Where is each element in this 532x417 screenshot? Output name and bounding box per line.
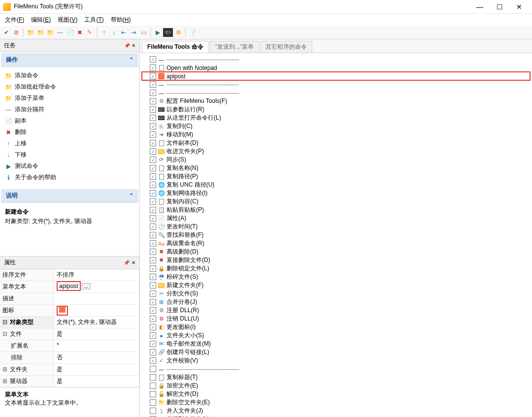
settings-icon[interactable]: ⚙ (174, 28, 183, 37)
tree-row[interactable]: ✓✖高级删除(D) (142, 248, 530, 256)
prop-value[interactable]: 不排序 (54, 269, 139, 281)
tree-row[interactable]: —------------------------------------- (142, 365, 530, 373)
tree-row[interactable]: ✓Open with Notepad (142, 64, 530, 72)
checkbox[interactable] (150, 374, 156, 381)
checkbox[interactable]: ✓ (150, 207, 156, 213)
tree-row[interactable]: ✓C:\以参数运行(R) (142, 105, 530, 114)
checkbox[interactable]: ✓ (150, 157, 156, 163)
ops-section-header[interactable]: 操作 ⌃ (1, 53, 138, 67)
cancel-icon[interactable]: ⊘ (12, 28, 21, 37)
tree-row[interactable]: ✓✉电子邮件发送(M) (142, 340, 530, 348)
tree-row[interactable]: ✓☔粉碎文件(S) (142, 273, 530, 281)
tree-row[interactable]: 🔒加密文件(E) (142, 382, 530, 390)
checkbox[interactable]: ✓ (150, 249, 156, 255)
tree-row[interactable]: 复制标题(T) (142, 373, 530, 382)
checkbox[interactable]: ✓ (150, 198, 156, 205)
tree-row[interactable]: ✓✂分割文件(S) (142, 289, 530, 298)
checkbox[interactable]: ✓ (150, 307, 156, 314)
tree-row[interactable]: ✓📄属性(A) (142, 214, 530, 223)
menu-v[interactable]: 视图(V) (55, 15, 80, 25)
prop-value[interactable]: apipost… (54, 281, 139, 293)
checkbox[interactable]: ✓ (150, 73, 156, 79)
tree-row[interactable]: ✓📋粘贴剪贴板(P) (142, 206, 530, 214)
checkbox[interactable]: ✓ (150, 357, 156, 364)
checkbox[interactable]: ✓ (150, 341, 156, 347)
checkbox[interactable] (150, 366, 156, 372)
prop-value[interactable]: 是 (54, 376, 139, 387)
tree-row[interactable]: ✓◧更改图标(I) (142, 323, 530, 331)
prop-value[interactable]: 否 (54, 352, 139, 364)
prop-value[interactable] (54, 305, 139, 317)
tree-row[interactable]: ✓✓文件校验(V) (142, 356, 530, 365)
pin-icon[interactable]: 📌 (124, 260, 130, 265)
checkbox[interactable]: ✓ (150, 190, 156, 196)
tree-row[interactable]: ✓收进文件夹(P) (142, 147, 530, 156)
checkbox[interactable]: ✓ (150, 290, 156, 297)
pin-icon[interactable]: 📌 ✕ (124, 43, 135, 48)
checkbox[interactable]: ✓ (150, 232, 156, 238)
tree-row[interactable]: ✓复制内容(C) (142, 197, 530, 206)
checkbox[interactable]: ✓ (150, 148, 156, 155)
maximize-button[interactable]: ☐ (490, 1, 509, 12)
tree-row[interactable]: ✓文件副本(D) (142, 139, 530, 147)
minimize-button[interactable]: — (470, 1, 490, 12)
op-item[interactable]: 📄副本 (2, 115, 137, 127)
help-icon[interactable]: ❔ (188, 28, 197, 37)
tree-row[interactable]: ✓●文件夹大小(S) (142, 331, 530, 340)
tree-row[interactable]: ✓apipost (142, 72, 530, 80)
op-item[interactable]: ↓下移 (2, 149, 137, 160)
tree-row[interactable]: ✓⎘复制到(C) (142, 122, 530, 130)
tree-row[interactable]: ✓新建文件夹(F) (142, 281, 530, 289)
checkbox[interactable]: ✓ (150, 98, 156, 104)
copy-icon[interactable]: 📄 (66, 28, 74, 37)
add-sep-icon[interactable]: — (56, 28, 65, 37)
op-item[interactable]: ✖删除 (2, 127, 137, 138)
menu-f[interactable]: 文件(F) (2, 15, 27, 25)
tree-row[interactable]: ✓—------------------------------------- (142, 80, 530, 89)
menu-e[interactable]: 编辑(E) (28, 15, 54, 25)
tree-row[interactable]: ✓—------------------------------------- (142, 55, 530, 64)
checkbox[interactable]: ✓ (150, 140, 156, 146)
prop-value[interactable]: 是 (54, 364, 139, 376)
checkbox[interactable]: ✓ (150, 64, 156, 71)
tree-row[interactable]: 📁删除空文件夹(E) (142, 398, 530, 407)
op-item[interactable]: 📁添加批处理命令 (2, 81, 137, 93)
tab[interactable]: FileMenu Tools 命令 (142, 41, 209, 53)
tree-row[interactable]: ✓复制名称(N) (142, 164, 530, 172)
prop-value[interactable] (54, 293, 139, 305)
checkbox[interactable] (150, 383, 156, 389)
tree-row[interactable]: ✓🔍查找和替换(F) (142, 231, 530, 239)
checkbox[interactable]: ✓ (150, 257, 156, 263)
tree-row[interactable]: ✓⟳同步(S) (142, 156, 530, 164)
tree-row[interactable]: ✓🌐复制 UNC 路径(U) (142, 181, 530, 189)
checkbox[interactable]: ✓ (150, 324, 156, 330)
checkbox[interactable]: ✓ (150, 215, 156, 222)
add-batch-icon[interactable]: 📁 (36, 28, 45, 37)
edit-icon[interactable]: ✎ (85, 28, 94, 37)
op-item[interactable]: ↑上移 (2, 138, 137, 149)
checkbox[interactable]: ✓ (150, 173, 156, 180)
right-icon[interactable]: ⇥ (129, 28, 138, 37)
close-icon[interactable]: ✕ (132, 260, 135, 265)
tree-row[interactable]: ✓⚙注销 DLL(U) (142, 315, 530, 323)
menu-t[interactable]: 工具(T) (81, 15, 106, 25)
checkbox[interactable]: ✓ (150, 106, 156, 113)
apply-icon[interactable]: ✔ (2, 28, 11, 37)
tree-row[interactable]: ✓🔒删除锁定文件(L) (142, 264, 530, 273)
run-icon[interactable]: ▶ (153, 28, 162, 37)
checkbox[interactable]: ✓ (150, 349, 156, 355)
down-icon[interactable]: ↓ (109, 28, 118, 37)
tree-row[interactable]: ✓—------------------------------------- (142, 89, 530, 97)
menu-h[interactable]: 帮助(H) (108, 15, 134, 25)
checkbox[interactable]: ✓ (150, 316, 156, 322)
tree-row[interactable]: ✓⚙注册 DLL(R) (142, 306, 530, 315)
tab[interactable]: 其它程序的命令 (260, 41, 312, 53)
tree-row[interactable]: ⤵并入文件夹(J) (142, 407, 530, 415)
checkbox[interactable] (150, 391, 156, 397)
tree-row[interactable]: ✓✖直接删除文件(D) (142, 256, 530, 264)
tree-row[interactable]: 🔓解密文件(D) (142, 390, 530, 398)
cmd-icon[interactable]: C:\ (163, 28, 173, 37)
checkbox[interactable]: ✓ (150, 182, 156, 188)
checkbox[interactable]: ✓ (150, 299, 156, 305)
checkbox[interactable] (150, 399, 156, 406)
